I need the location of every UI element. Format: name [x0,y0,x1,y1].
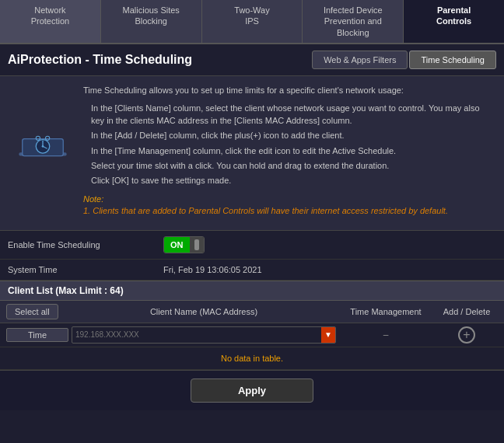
col-header-select-all: Select all [6,304,68,319]
col-header-client-name: Client Name (MAC Address) [72,307,336,316]
system-time-value: Fri, Feb 19 13:06:05 2021 [163,265,262,274]
step-4: Select your time slot with a click. You … [91,160,492,172]
add-icon: + [458,326,475,344]
clock-icon [16,127,70,174]
enable-time-scheduling-row: Enable Time Scheduling ON [0,231,504,260]
enable-scheduling-toggle[interactable]: ON [163,236,205,253]
add-client-button[interactable]: + [458,326,475,344]
sub-tabs: Web & Apps Filters Time Scheduling [312,51,496,69]
info-content: Time Scheduling allows you to set up tim… [0,76,504,230]
add-delete-cell: + [436,326,498,344]
table-header-row: Select all Client Name (MAC Address) Tim… [0,301,504,323]
tab-infected-device[interactable]: Infected Device Prevention andBlocking [303,0,404,43]
sub-tab-web-apps-filters[interactable]: Web & Apps Filters [312,51,408,69]
tab-two-way-ips[interactable]: Two-WayIPS [202,0,303,43]
client-name-cell: ▼ [72,326,336,344]
tab-network-protection[interactable]: NetworkProtection [0,0,101,43]
sub-tab-time-scheduling[interactable]: Time Scheduling [409,51,496,69]
tab-parental-controls[interactable]: ParentalControls [404,0,504,43]
apply-area: Apply [0,370,504,410]
main-content: AiProtection - Time Scheduling Web & App… [0,44,504,443]
note-item: 1. Clients that are added to Parental Co… [83,206,448,215]
intro-text: Time Scheduling allows you to set up tim… [83,84,492,97]
client-list-header: Client List (Max Limit : 64) [0,281,504,301]
client-name-input[interactable] [72,330,321,339]
settings-area: Enable Time Scheduling ON System Time Fr… [0,230,504,281]
table-row: Time ▼ – + [0,323,504,347]
step-2: In the [Add / Delete] column, click the … [91,130,492,141]
enable-scheduling-label: Enable Time Scheduling [8,240,163,249]
client-name-select-wrap: ▼ [72,326,336,344]
tab-malicious-sites[interactable]: Malicious SitesBlocking [101,0,202,43]
time-cell: Time [6,328,68,342]
system-time-row: System Time Fri, Feb 19 13:06:05 2021 [0,260,504,281]
system-time-label: System Time [8,265,163,274]
step-1: In the [Clients Name] column, select the… [91,103,492,127]
dropdown-arrow-icon[interactable]: ▼ [321,327,335,343]
toggle-on-label: ON [164,237,190,253]
toggle-slider [190,237,204,253]
col-header-time-management: Time Management [339,307,432,316]
info-text-block: Time Scheduling allows you to set up tim… [83,84,492,218]
page-title: AiProtection - Time Scheduling [8,53,192,67]
steps-list: In the [Clients Name] column, select the… [83,103,492,187]
info-row: Time Scheduling allows you to set up tim… [12,84,492,218]
no-data-message: No data in table. [0,347,504,370]
apply-button[interactable]: Apply [191,378,313,403]
step-5: Click [OK] to save the settings made. [91,175,492,187]
tab-bar: NetworkProtection Malicious SitesBlockin… [0,0,504,44]
time-management-cell: – [339,330,432,340]
col-header-add-delete: Add / Delete [436,307,498,316]
select-all-button[interactable]: Select all [6,304,58,319]
title-bar: AiProtection - Time Scheduling Web & App… [0,44,504,76]
note-label: Note: [83,194,103,204]
client-list-section: Client List (Max Limit : 64) Select all … [0,281,504,370]
note-section: Note: 1. Clients that are added to Paren… [83,194,492,218]
step-3: In the [Time Management] column, click t… [91,145,492,157]
clock-icon-area [12,84,74,218]
time-button[interactable]: Time [6,328,68,342]
